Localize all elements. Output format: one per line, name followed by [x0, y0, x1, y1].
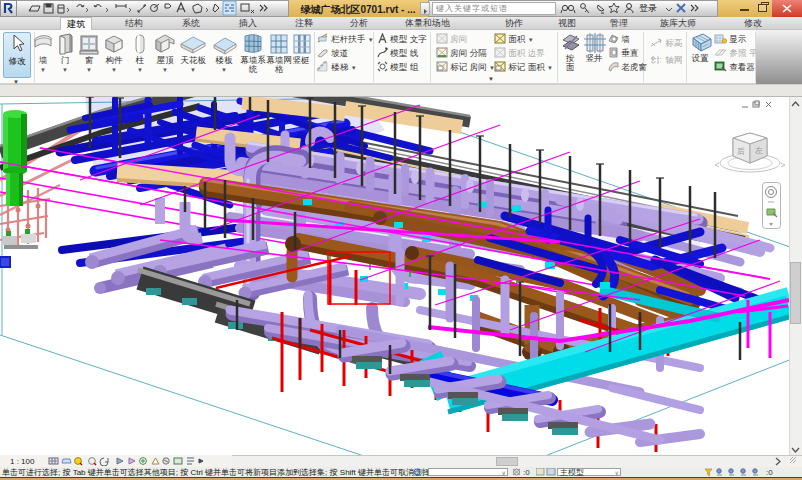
svg-text:登录: 登录 [639, 3, 657, 13]
svg-text:左: 左 [755, 146, 763, 155]
svg-text:后: 后 [737, 147, 745, 156]
